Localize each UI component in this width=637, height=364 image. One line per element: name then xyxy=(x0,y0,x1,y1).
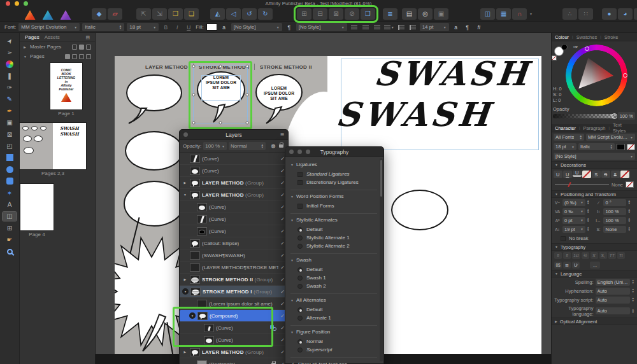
selection-handle[interactable] xyxy=(246,122,249,125)
pen-tool[interactable]: ✒ xyxy=(3,106,17,115)
chevron-right-icon[interactable]: ▶ xyxy=(182,350,188,354)
tab-swatches[interactable]: Swatches xyxy=(576,34,598,40)
stepper-icon[interactable]: ▲▼ xyxy=(587,218,589,222)
bullet-list-button[interactable] xyxy=(397,23,406,31)
single-view-button[interactable]: ▦ xyxy=(496,8,511,20)
fill-tool[interactable]: ❚ xyxy=(3,71,17,80)
layer-visibility-checkbox[interactable]: ✓ xyxy=(280,204,285,210)
font-style-select[interactable]: Italic▲▼ xyxy=(82,23,124,31)
checkbox-option[interactable]: Initial Forms xyxy=(290,202,377,210)
pt-right-field[interactable]: 100 % xyxy=(603,208,626,215)
layer-visibility-checkbox[interactable]: ✓ xyxy=(280,361,285,364)
align-right-button[interactable] xyxy=(373,23,382,31)
snapping-options-button[interactable]: ▾ xyxy=(528,8,534,20)
preflight-button[interactable]: ◆ xyxy=(92,8,106,20)
tab-colour[interactable]: Colour xyxy=(555,34,569,40)
view-tool[interactable]: ☛ xyxy=(3,235,17,244)
move-to-back-button[interactable]: ⇲ xyxy=(152,8,167,20)
colour-picker-tool[interactable]: ✑ xyxy=(3,83,17,92)
page-4-thumbnail[interactable] xyxy=(20,184,54,230)
language-value-select[interactable]: English (United Kin... xyxy=(596,279,630,286)
stepper-icon[interactable]: ▲▼ xyxy=(632,279,634,284)
layer-visibility-checkbox[interactable]: ✓ xyxy=(280,180,285,186)
star-tool[interactable]: ✶ xyxy=(3,188,17,197)
colour-wheel-tool[interactable] xyxy=(3,60,17,69)
duplicate-master-page-icon[interactable] xyxy=(79,45,84,50)
optical-alignment-header[interactable]: ▶Optical Alignment xyxy=(552,318,637,325)
table-tool[interactable]: ⊞ xyxy=(3,223,17,232)
gear-icon[interactable]: ☸ xyxy=(271,143,276,150)
font-size-select[interactable]: 18 pt▼ xyxy=(127,23,159,31)
stepper-icon[interactable]: ▲▼ xyxy=(627,209,630,213)
tab-assets[interactable]: Assets xyxy=(45,34,60,40)
character-font-select[interactable]: MM Script Evolution▼ xyxy=(586,134,635,141)
rectangle-tool[interactable] xyxy=(3,153,17,162)
delete-master-page-icon[interactable] xyxy=(86,45,91,50)
saturation-marker[interactable] xyxy=(623,73,627,78)
layer-visibility-checkbox[interactable]: ✓ xyxy=(280,168,285,174)
all-fonts-select[interactable]: All Fonts▲▼ xyxy=(554,134,584,141)
selection-handle[interactable] xyxy=(192,122,196,125)
layer-visibility-checkbox[interactable]: ✓ xyxy=(280,216,285,222)
language-section-header[interactable]: ▼Language xyxy=(552,270,637,277)
photo-app-icon[interactable] xyxy=(59,8,73,20)
text-stroke-swatch[interactable] xyxy=(627,144,635,150)
typography-section-header[interactable]: ▼Stylistic Alternates xyxy=(290,217,377,223)
layer-visibility-checkbox[interactable]: ✓ xyxy=(280,277,285,283)
tab-character[interactable]: Character xyxy=(555,125,576,131)
radio-icon[interactable] xyxy=(297,316,303,321)
stepper-icon[interactable]: ▲▼ xyxy=(627,200,630,204)
chevron-right-icon[interactable]: ▶ xyxy=(182,277,188,281)
frame-text-tool[interactable]: ◫ xyxy=(3,212,17,221)
layer-row[interactable]: ▶LAYER METHOD (Group)✓ xyxy=(180,346,288,358)
character-style-select[interactable]: [No Style]▼ xyxy=(231,23,282,31)
speech-bubble-mid-1[interactable] xyxy=(125,131,183,171)
baseline-grid-button[interactable]: ∷ xyxy=(578,8,593,20)
pt-left-field[interactable]: (0 ‰)▼ xyxy=(562,199,585,206)
layer-row[interactable]: (Curve)✓ xyxy=(180,322,288,334)
bubble-text-2[interactable]: LOREM IPSUM DOLOR SIT AME xyxy=(256,86,302,101)
radio-option[interactable]: Default xyxy=(290,225,377,234)
vector-crop-tool[interactable]: ◰ xyxy=(3,142,17,151)
selection-frame[interactable] xyxy=(193,66,248,123)
rotate-ccw-button[interactable]: ↺ xyxy=(242,8,257,20)
layer-row[interactable]: (Curve)✓ xyxy=(180,225,288,237)
font-feature-button[interactable]: Tt xyxy=(617,252,625,259)
no-break-checkbox[interactable] xyxy=(561,236,566,241)
italic-button[interactable]: I xyxy=(173,23,182,31)
flip-horizontal-button[interactable]: ◭ xyxy=(210,8,225,20)
typography-section-header[interactable]: ▼Swash xyxy=(290,257,377,263)
stepper-icon[interactable]: ▲▼ xyxy=(587,200,589,204)
pt-right-field[interactable]: 100 % xyxy=(603,217,626,224)
opacity-slider-handle[interactable] xyxy=(612,113,617,119)
snapping-button[interactable]: ∩ xyxy=(512,8,527,20)
tab-stroke[interactable]: Stroke xyxy=(605,34,619,40)
page-1-thumbnail[interactable]: COMIC BOOK LETTERING in Affinity Publish… xyxy=(50,63,82,109)
checkbox-option[interactable]: Standard Ligatures xyxy=(290,170,377,178)
boolean-combine-button[interactable]: ❒ xyxy=(361,8,375,20)
revert-defaults-button[interactable]: ▱ xyxy=(108,8,122,20)
font-feature-button[interactable]: S, xyxy=(599,252,607,259)
stepper-icon[interactable]: ▲▼ xyxy=(632,297,634,302)
colour-studio-button[interactable]: ● xyxy=(602,8,617,20)
text-style-select[interactable]: [No Style]▼ xyxy=(554,153,635,160)
stroke-swatch-circle[interactable] xyxy=(561,44,568,50)
radio-option[interactable]: Default xyxy=(290,265,377,274)
align-left-button[interactable] xyxy=(350,23,359,31)
show-all-font-features-row[interactable]: ✓ Show all font features xyxy=(290,361,377,364)
layer-row[interactable]: ▼LAYER METHOD (Group)✓ xyxy=(180,189,288,201)
add-master-page-icon[interactable] xyxy=(72,45,77,50)
picture-frame-x-tool[interactable]: ⊠ xyxy=(3,130,17,139)
stepper-icon[interactable]: ▲▼ xyxy=(587,209,589,213)
positioning-section-header[interactable]: ▼Positioning and Transform xyxy=(552,190,637,198)
paragraph-style-select[interactable]: [No Style]▼ xyxy=(296,23,347,31)
radio-icon[interactable] xyxy=(297,276,303,281)
layer-row[interactable]: (Curve)✓ xyxy=(180,334,288,346)
pt-right-field[interactable]: 0 ° xyxy=(603,199,626,206)
font-feature-button[interactable]: ½ xyxy=(582,252,589,259)
ellipse-tool[interactable] xyxy=(3,165,17,174)
rounded-rectangle-tool[interactable] xyxy=(3,177,17,186)
apply-master-icon[interactable] xyxy=(65,54,70,59)
fill-colour-swatch[interactable] xyxy=(206,24,217,31)
speech-bubble-empty[interactable] xyxy=(122,73,183,127)
